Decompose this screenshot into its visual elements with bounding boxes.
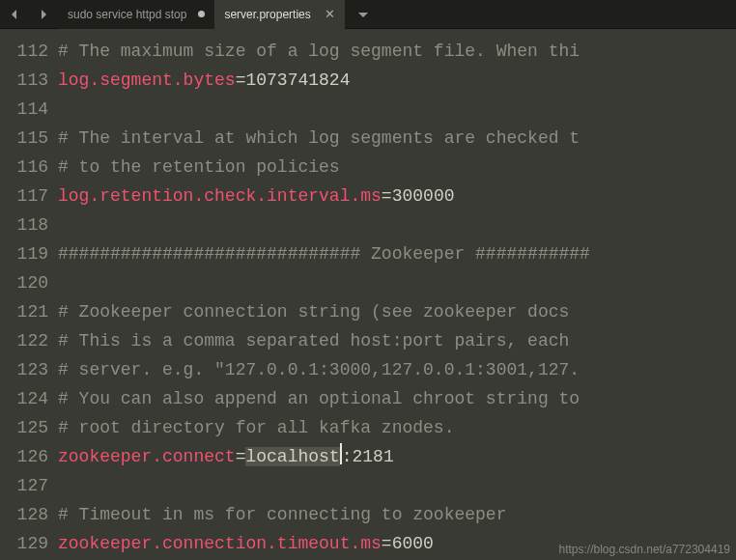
code-line[interactable]: # server. e.g. "127.0.0.1:3000,127.0.0.1… bbox=[58, 355, 736, 384]
tab-next-button[interactable] bbox=[29, 0, 58, 29]
tab-overflow-button[interactable] bbox=[349, 0, 378, 29]
property-value: 300000 bbox=[392, 186, 455, 206]
code-area[interactable]: # The maximum size of a log segment file… bbox=[58, 29, 736, 560]
dirty-indicator-icon bbox=[198, 11, 205, 17]
code-line[interactable]: # root directory for all kafka znodes. bbox=[58, 413, 736, 442]
line-number: 129 bbox=[0, 529, 48, 558]
code-line[interactable]: # This is a comma separated host:port pa… bbox=[58, 326, 736, 355]
code-line[interactable]: # to the retention policies bbox=[58, 153, 736, 182]
code-line[interactable] bbox=[58, 95, 736, 124]
code-line[interactable]: log.retention.check.interval.ms=300000 bbox=[58, 182, 736, 210]
tab-0[interactable]: sudo service httpd stop bbox=[58, 0, 214, 29]
tab-bar: sudo service httpd stopserver.properties… bbox=[0, 0, 736, 29]
line-number: 112 bbox=[0, 37, 48, 66]
line-number: 125 bbox=[0, 413, 48, 442]
code-line[interactable]: # Zookeeper connection string (see zooke… bbox=[58, 297, 736, 326]
property-key: zookeeper.connection.timeout.ms bbox=[58, 534, 382, 553]
line-number: 120 bbox=[0, 268, 48, 297]
tab-label: sudo service httpd stop bbox=[68, 8, 186, 21]
comment-text: # to the retention policies bbox=[58, 157, 340, 177]
tab-label: server.properties bbox=[224, 8, 310, 21]
comment-text: # Timeout in ms for connecting to zookee… bbox=[58, 505, 506, 524]
comment-text: # This is a comma separated host:port pa… bbox=[58, 331, 580, 350]
line-number: 128 bbox=[0, 500, 48, 529]
line-number: 121 bbox=[0, 297, 48, 326]
equals-sign: = bbox=[236, 447, 246, 466]
line-number: 126 bbox=[0, 442, 48, 471]
code-line[interactable]: # You can also append an optional chroot… bbox=[58, 384, 736, 413]
code-line[interactable]: zookeeper.connection.timeout.ms=6000 bbox=[58, 529, 736, 558]
code-line[interactable]: ############################# Zookeeper … bbox=[58, 239, 736, 268]
code-line[interactable]: # The interval at which log segments are… bbox=[58, 124, 736, 153]
close-icon[interactable]: ✕ bbox=[325, 8, 335, 20]
code-line[interactable] bbox=[58, 471, 736, 500]
code-line[interactable]: zookeeper.connect=localhost:2181 bbox=[58, 442, 736, 471]
property-key: log.segment.bytes bbox=[58, 70, 236, 90]
line-number: 116 bbox=[0, 153, 48, 182]
line-number: 117 bbox=[0, 182, 48, 210]
property-value: 6000 bbox=[392, 534, 434, 553]
equals-sign: = bbox=[236, 70, 246, 90]
equals-sign: = bbox=[382, 534, 392, 553]
property-value-part: localhost bbox=[245, 447, 339, 466]
equals-sign: = bbox=[382, 186, 392, 206]
line-number: 113 bbox=[0, 66, 48, 95]
comment-text: ############################# Zookeeper … bbox=[58, 244, 590, 264]
line-number: 123 bbox=[0, 355, 48, 384]
line-number: 114 bbox=[0, 95, 48, 124]
tab-prev-button[interactable] bbox=[0, 0, 29, 29]
comment-text: # root directory for all kafka znodes. bbox=[58, 418, 454, 437]
line-number-gutter: 1121131141151161171181191201211221231241… bbox=[0, 29, 58, 560]
line-number: 127 bbox=[0, 471, 48, 500]
comment-text: # The interval at which log segments are… bbox=[58, 128, 580, 148]
line-number: 118 bbox=[0, 210, 48, 239]
property-value: 1073741824 bbox=[245, 70, 350, 90]
code-line[interactable]: # The maximum size of a log segment file… bbox=[58, 37, 736, 66]
line-number: 115 bbox=[0, 124, 48, 153]
property-key: zookeeper.connect bbox=[58, 447, 236, 466]
code-line[interactable] bbox=[58, 210, 736, 239]
line-number: 122 bbox=[0, 326, 48, 355]
editor-pane[interactable]: 1121131141151161171181191201211221231241… bbox=[0, 29, 736, 560]
line-number: 124 bbox=[0, 384, 48, 413]
comment-text: # The maximum size of a log segment file… bbox=[58, 42, 580, 61]
line-number: 119 bbox=[0, 239, 48, 268]
comment-text: # You can also append an optional chroot… bbox=[58, 389, 580, 408]
property-value-part: :2181 bbox=[342, 447, 394, 466]
comment-text: # Zookeeper connection string (see zooke… bbox=[58, 302, 580, 322]
comment-text: # server. e.g. "127.0.0.1:3000,127.0.0.1… bbox=[58, 360, 580, 379]
code-line[interactable]: log.segment.bytes=1073741824 bbox=[58, 66, 736, 95]
code-line[interactable]: # Timeout in ms for connecting to zookee… bbox=[58, 500, 736, 529]
tab-1[interactable]: server.properties✕ bbox=[214, 0, 344, 29]
property-key: log.retention.check.interval.ms bbox=[58, 186, 382, 206]
code-line[interactable] bbox=[58, 268, 736, 297]
